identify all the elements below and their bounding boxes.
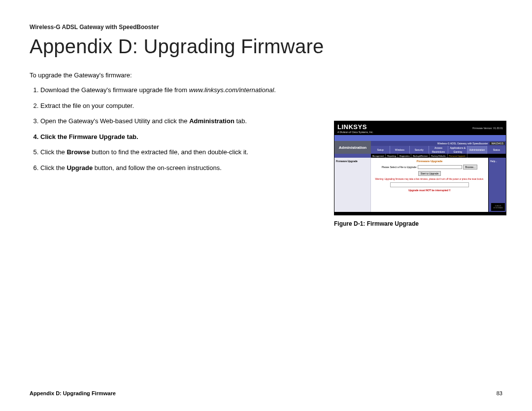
tab-status[interactable]: Status <box>487 146 506 154</box>
subtab-diagnostics[interactable]: Diagnostics <box>398 154 412 158</box>
step-6-text-a: Click the <box>40 164 66 171</box>
step-4-bold: Firmware Upgrade <box>69 133 125 140</box>
step-6-bold: Upgrade <box>66 164 93 171</box>
steps-list: Download the Gateway's firmware upgrade … <box>40 86 325 172</box>
subtab-management[interactable]: Management <box>371 154 386 158</box>
step-4: Click the Firmware Upgrade tab. <box>40 133 325 141</box>
step-3-bold: Administration <box>189 117 234 125</box>
cisco-logo: CISCO SYSTEMS <box>491 203 505 211</box>
step-2: Extract the file on your computer. <box>40 102 325 110</box>
browse-button[interactable]: Browse... <box>463 165 477 170</box>
step-5-text-c: button to find the extracted file, and t… <box>90 148 248 156</box>
subtab-firmware-upgrade[interactable]: Firmware Upgrade <box>448 154 467 158</box>
step-1: Download the Gateway's firmware upgrade … <box>40 86 325 95</box>
intro-text: To upgrade the Gateway's firmware: <box>30 71 325 79</box>
footer-page-number: 83 <box>497 390 502 396</box>
screenshot-header: LINKSYS A Division of Cisco Systems, Inc… <box>334 121 506 135</box>
screenshot-bottom-bar <box>334 212 506 215</box>
model-badge: WAG54GS <box>490 142 505 145</box>
panel-title: Firmware Upgrade <box>374 160 485 163</box>
tab-setup[interactable]: Setup <box>371 146 390 154</box>
text-column: To upgrade the Gateway's firmware: Downl… <box>30 71 325 227</box>
file-label: Please Select a File to Upgrade: <box>382 166 417 169</box>
tab-access-restrictions[interactable]: Access Restrictions <box>429 146 448 154</box>
side-label: Firmware Upgrade <box>334 158 371 212</box>
step-4-text-a: Click the <box>40 133 69 140</box>
content-columns: To upgrade the Gateway's firmware: Downl… <box>30 71 502 227</box>
step-1-text-c: . <box>274 86 276 94</box>
file-select-row: Please Select a File to Upgrade: Browse.… <box>374 165 485 170</box>
tab-wireless[interactable]: Wireless <box>390 146 409 154</box>
step-3: Open the Gateway's Web-based Utility and… <box>40 117 325 126</box>
nav-right: Wireless-G ADSL Gateway with Speedbooste… <box>371 141 506 158</box>
firmware-version: Firmware Version: V1.00.01 <box>472 127 503 130</box>
step-5-text-a: Click the <box>40 148 66 156</box>
figure-caption: Figure D-1: Firmware Upgrade <box>334 220 419 227</box>
blue-bar <box>334 135 506 141</box>
step-3-text-c: tab. <box>234 117 247 125</box>
router-screenshot: LINKSYS A Division of Cisco Systems, Inc… <box>334 121 506 215</box>
page: Wireless-G ADSL Gateway with SpeedBooste… <box>0 0 532 411</box>
start-upgrade-button[interactable]: Start to Upgrade <box>418 171 441 176</box>
step-3-text-a: Open the Gateway's Web-based Utility and… <box>40 117 189 125</box>
subtab-backup-restore[interactable]: Backup&Restore <box>411 154 430 158</box>
product-strip: Wireless-G ADSL Gateway with Speedbooste… <box>371 141 506 146</box>
logo-block: LINKSYS A Division of Cisco Systems, Inc… <box>337 123 373 134</box>
logo-subtitle: A Division of Cisco Systems, Inc. <box>337 131 373 134</box>
subtab-factory-defaults[interactable]: Factory Defaults <box>430 154 447 158</box>
step-4-text-c: tab. <box>125 133 138 140</box>
step-6-text-c: button, and follow the on-screen instruc… <box>93 164 222 171</box>
linksys-logo: LINKSYS <box>337 123 373 131</box>
page-footer: Appendix D: Upgrading Firmware 83 <box>30 390 502 396</box>
sub-tabs: Management Reporting Diagnostics Backup&… <box>371 154 506 158</box>
section-label: Administration <box>334 141 371 154</box>
main-panel: Firmware Upgrade Please Select a File to… <box>371 158 488 212</box>
help-column: Help... CISCO SYSTEMS <box>488 158 506 212</box>
tab-security[interactable]: Security <box>409 146 429 154</box>
step-1-text-a: Download the Gateway's firmware upgrade … <box>40 86 189 94</box>
progress-bar <box>390 182 469 187</box>
footer-left: Appendix D: Upgrading Firmware <box>30 390 116 396</box>
subtab-reporting[interactable]: Reporting <box>386 154 398 158</box>
product-name-strip: Wireless-G ADSL Gateway with Speedbooste… <box>437 142 488 145</box>
figure-column: LINKSYS A Division of Cisco Systems, Inc… <box>334 71 506 227</box>
warning-text: Warning: Upgrading firmware may take a f… <box>374 178 485 180</box>
page-title: Appendix D: Upgrading Firmware <box>30 35 502 58</box>
nav-header: Administration Wireless-G ADSL Gateway w… <box>334 141 506 158</box>
screenshot-body: Firmware Upgrade Firmware Upgrade Please… <box>334 158 506 212</box>
tab-administration[interactable]: Administration <box>467 146 486 154</box>
file-input[interactable] <box>418 165 462 169</box>
step-1-link: www.linksys.com/international <box>189 86 274 94</box>
step-5: Click the Browse button to find the extr… <box>40 148 325 157</box>
main-tabs: Setup Wireless Security Access Restricti… <box>371 146 506 154</box>
header-product-name: Wireless-G ADSL Gateway with SpeedBooste… <box>30 24 502 31</box>
help-link[interactable]: Help... <box>490 160 497 163</box>
step-6: Click the Upgrade button, and follow the… <box>40 164 325 172</box>
tab-applications-gaming[interactable]: Applications & Gaming <box>448 146 467 154</box>
interrupt-text: Upgrade must NOT be interrupted !! <box>374 189 485 192</box>
step-5-bold: Browse <box>66 148 90 156</box>
